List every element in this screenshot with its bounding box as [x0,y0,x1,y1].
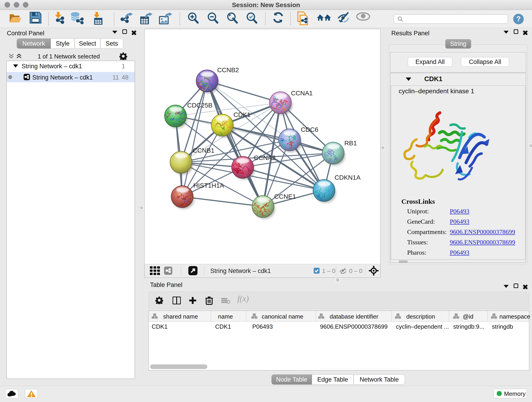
svg-text:RB1: RB1 [344,140,357,147]
svg-text:HIST1H1A: HIST1H1A [193,182,224,189]
svg-text:CCNA2: CCNA2 [254,154,276,161]
svg-text:CDK1: CDK1 [234,111,251,118]
svg-text:CCNB1: CCNB1 [193,147,215,154]
svg-text:CDC6: CDC6 [301,126,318,133]
svg-text:CCNE1: CCNE1 [274,193,296,200]
svg-text:CDKN1A: CDKN1A [335,174,361,181]
svg-text:CCNB2: CCNB2 [217,66,239,74]
svg-text:CCNA1: CCNA1 [291,89,313,97]
svg-text:?: ? [516,15,521,23]
svg-text:CDC25B: CDC25B [187,102,212,109]
